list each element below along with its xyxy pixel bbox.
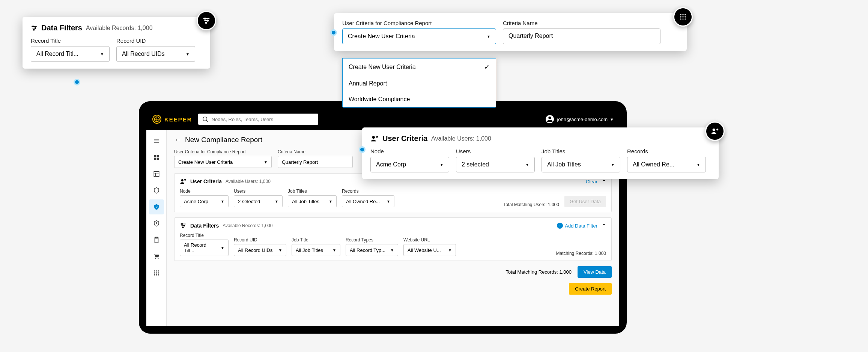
svg-point-35 [684,14,686,15]
caret-down-icon: ▼ [387,199,390,204]
svg-point-19 [154,274,155,276]
svg-rect-4 [156,155,159,157]
total-matching-records: Total Matching Records: 1,000 [505,269,572,275]
criteria-name-input[interactable]: Quarterly Report [278,156,353,168]
user-criteria-available: Available Users: 1,000 [226,179,271,184]
node-label: Node [180,189,229,194]
callout-users-select[interactable]: 2 selected▼ [456,157,535,172]
record-uid-select[interactable]: All Record UIDs▼ [234,244,286,256]
filters-icon [31,25,38,31]
callout-record-title-label: Record Title [31,37,110,44]
criteria-select[interactable]: Create New User Criteria▼ [174,156,272,168]
users-select[interactable]: 2 selected▼ [234,195,283,207]
caret-down-icon: ▼ [275,199,278,204]
rail-admin[interactable] [149,216,164,231]
page-title: New Compliance Report [185,136,262,144]
svg-point-40 [682,18,683,19]
rail-menu-toggle[interactable] [149,133,164,148]
search-input[interactable] [212,117,314,122]
app-header: KEEPER john@acme-demo.com ▾ [146,109,619,130]
user-criteria-heading: User Criteria [190,178,222,184]
caret-down-icon: ▼ [440,163,444,167]
global-search[interactable] [198,114,318,125]
website-url-select[interactable]: All Website U...▼ [403,244,456,256]
user-avatar-icon [546,115,554,123]
svg-point-45 [376,136,378,137]
filters-icon [180,222,187,229]
svg-point-21 [158,274,159,276]
caret-down-icon: ▼ [697,163,700,167]
connection-dot [74,79,80,85]
svg-point-28 [207,20,209,21]
chevron-up-icon[interactable]: ⌃ [602,179,606,184]
callout-node-select[interactable]: Acme Corp▼ [370,157,449,172]
callout-criteria-select[interactable]: Create New User Criteria▼ [342,28,496,44]
callout-criteria-name-input[interactable]: Quarterly Report [503,28,660,44]
record-types-select[interactable]: All Record Typ...▼ [346,244,398,256]
rail-cart[interactable] [149,249,164,264]
record-types-label: Record Types [346,237,398,243]
job-titles-select[interactable]: All Job Titles▼ [288,195,337,207]
svg-point-8 [156,223,157,224]
callout-records-select[interactable]: All Owned Re...▼ [627,157,706,172]
callout-records-label: Records [627,148,706,154]
website-url-label: Website URL [403,237,456,243]
svg-point-13 [154,270,155,271]
caret-down-icon: ▼ [278,248,282,252]
caret-down-icon: ▼ [332,248,336,252]
data-filters-panel: Data Filters Available Records: 1,000 + … [174,217,612,261]
data-filters-heading: Data Filters [190,223,219,229]
rail-apps[interactable] [149,265,164,280]
dropdown-option[interactable]: Worldwide Compliance [343,91,496,107]
svg-point-12 [158,258,158,259]
rail-compliance[interactable] [149,199,164,214]
svg-point-37 [682,16,683,17]
job-title-select[interactable]: All Job Titles▼ [292,244,340,256]
rail-clipboard[interactable] [149,232,164,247]
add-data-filter-link[interactable]: + Add Data Filter [557,223,597,229]
rail-dashboard[interactable] [149,150,164,165]
svg-point-15 [158,270,159,271]
node-select[interactable]: Acme Corp▼ [180,195,229,207]
callout-criteria-label: User Criteria for Compliance Report [342,20,496,26]
svg-point-41 [684,18,686,19]
callout-job-label: Job Titles [542,148,620,154]
callout-node-label: Node [370,148,449,154]
callout-user-available: Available Users: 1,000 [431,135,491,142]
svg-rect-5 [154,158,156,160]
svg-point-18 [158,273,159,274]
svg-point-31 [35,27,36,28]
chevron-up-icon[interactable]: ⌃ [602,223,606,229]
clear-link[interactable]: Clear [586,179,597,184]
svg-point-14 [156,270,157,271]
rail-layout[interactable] [149,166,164,181]
dropdown-option[interactable]: Annual Report [343,76,496,91]
data-filters-available: Available Records: 1,000 [223,223,272,228]
dropdown-option[interactable]: Create New User Criteria✓ [343,58,496,76]
record-title-label: Record Title [180,233,229,238]
criteria-dropdown-panel: Create New User Criteria✓ Annual Report … [342,58,496,108]
callout-job-select[interactable]: All Job Titles▼ [542,157,620,172]
rail-security[interactable] [149,183,164,198]
svg-point-34 [682,14,683,15]
back-arrow-icon[interactable]: ← [174,136,181,144]
view-data-button[interactable]: View Data [578,266,612,278]
user-settings-icon [180,178,187,185]
callout-record-uid-select[interactable]: All Record UIDs▼ [116,46,195,62]
record-title-select[interactable]: All Record Titl...▼ [180,240,229,256]
records-select[interactable]: All Owned Re...▼ [342,195,394,207]
svg-point-23 [185,179,186,180]
svg-point-11 [155,258,156,259]
callout-record-title-select[interactable]: All Record Titl...▼ [31,46,110,62]
caret-down-icon: ▼ [611,163,615,167]
user-menu[interactable]: john@acme-demo.com ▾ [546,115,613,123]
get-user-data-button[interactable]: Get User Data [564,196,606,207]
job-titles-label: Job Titles [288,189,337,194]
plus-circle-icon: + [557,223,563,229]
criteria-name-label: Criteria Name [278,149,353,154]
records-label: Records [342,189,394,194]
svg-point-29 [205,22,207,24]
create-report-button[interactable]: Create Report [569,283,612,295]
callout-badge-grid-icon [673,7,693,27]
sidebar-rail [146,130,167,326]
